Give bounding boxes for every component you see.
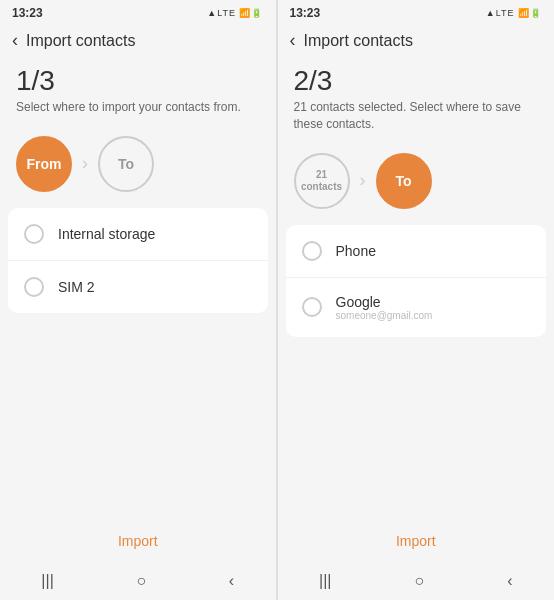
home-icon-2[interactable]: ○ [414,572,424,590]
phone-label: Phone [336,243,376,259]
status-bar-1: 13:23 ▲LTE 📶🔋 [0,0,276,24]
import-btn-row-2: Import [278,520,555,562]
step-arrow-1: › [82,153,88,174]
menu-icon-1[interactable]: ||| [41,572,53,590]
options-list-1: Internal storage SIM 2 [8,208,268,313]
home-icon-1[interactable]: ○ [136,572,146,590]
radio-google[interactable] [302,297,322,317]
back-button-1[interactable]: ‹ [12,30,18,51]
step-arrow-2: › [360,170,366,191]
wizard-steps-1: From › To [0,128,276,208]
android-nav-1: ||| ○ ‹ [0,562,276,600]
radio-sim2[interactable] [24,277,44,297]
list-item[interactable]: Internal storage [8,208,268,261]
panel-2: 13:23 ▲LTE 📶🔋 ‹ Import contacts 2/3 21 c… [278,0,555,600]
android-nav-2: ||| ○ ‹ [278,562,555,600]
status-bar-2: 13:23 ▲LTE 📶🔋 [278,0,555,24]
wizard-steps-2: 21contacts › To [278,145,555,225]
contacts-label: 21contacts [301,169,342,193]
step-label-1: 1/3 [0,57,276,99]
back-button-2[interactable]: ‹ [290,30,296,51]
to-label-2: To [395,173,411,189]
import-button-2[interactable]: Import [396,533,436,549]
panel-1: 13:23 ▲LTE 📶🔋 ‹ Import contacts 1/3 Sele… [0,0,277,600]
list-item[interactable]: Google someone@gmail.com [286,278,547,337]
google-account-label: someone@gmail.com [336,310,433,321]
contacts-circle[interactable]: 21contacts [294,153,350,209]
back-icon-2[interactable]: ‹ [507,572,512,590]
radio-phone[interactable] [302,241,322,261]
step-desc-2: 21 contacts selected. Select where to sa… [278,99,555,145]
nav-bar-1: ‹ Import contacts [0,24,276,57]
nav-bar-2: ‹ Import contacts [278,24,555,57]
menu-icon-2[interactable]: ||| [319,572,331,590]
status-icons-1: ▲LTE 📶🔋 [207,8,263,18]
step-desc-1: Select where to import your contacts fro… [0,99,276,128]
import-btn-row-1: Import [0,520,276,562]
time-2: 13:23 [290,6,321,20]
internal-storage-label: Internal storage [58,226,155,242]
list-item[interactable]: Phone [286,225,547,278]
options-list-2: Phone Google someone@gmail.com [286,225,547,337]
step-label-2: 2/3 [278,57,555,99]
time-1: 13:23 [12,6,43,20]
status-icons-2: ▲LTE 📶🔋 [486,8,542,18]
to-circle-1[interactable]: To [98,136,154,192]
list-item[interactable]: SIM 2 [8,261,268,313]
to-label-1: To [118,156,134,172]
from-label: From [27,156,62,172]
import-button-1[interactable]: Import [118,533,158,549]
sim2-label: SIM 2 [58,279,95,295]
to-circle-2[interactable]: To [376,153,432,209]
page-title-2: Import contacts [304,32,413,50]
from-circle[interactable]: From [16,136,72,192]
radio-internal-storage[interactable] [24,224,44,244]
page-title-1: Import contacts [26,32,135,50]
google-label: Google [336,294,433,310]
back-icon-1[interactable]: ‹ [229,572,234,590]
